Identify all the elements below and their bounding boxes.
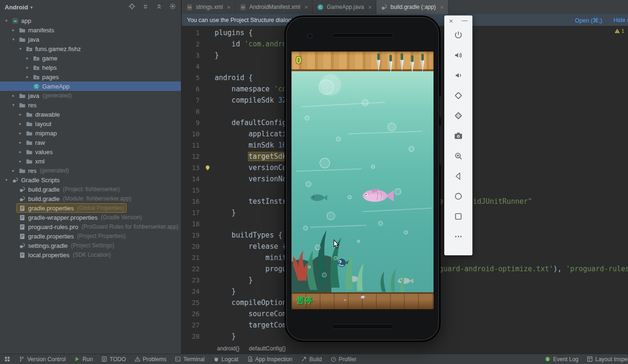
gutter[interactable]	[200, 83, 215, 95]
close-tab-icon[interactable]: ×	[305, 4, 308, 11]
breadcrumb-android[interactable]: android{}	[217, 345, 239, 352]
chevron-right-icon[interactable]: ▸	[10, 28, 17, 32]
screenshot-button[interactable]	[444, 126, 472, 146]
chevron-right-icon[interactable]: ▸	[24, 65, 31, 70]
home-button[interactable]	[444, 186, 472, 206]
status-build[interactable]: Build	[297, 354, 326, 364]
line-number[interactable]: 24	[182, 286, 200, 297]
line-number[interactable]: 9	[182, 117, 200, 128]
tree-item-local-properties[interactable]: local.properties(SDK Location)	[0, 250, 181, 260]
line-number[interactable]: 19	[182, 230, 200, 241]
line-number[interactable]: 2	[182, 38, 200, 50]
close-tab-icon[interactable]: ×	[368, 4, 372, 11]
gutter[interactable]	[200, 207, 215, 218]
gutter[interactable]	[200, 106, 215, 117]
tab-androidmanifest-xml[interactable]: <>AndroidManifest.xml×	[235, 0, 313, 14]
tab-build-gradle-app[interactable]: build.gradle (:app)×	[376, 0, 448, 14]
line-number[interactable]: 1	[182, 27, 200, 38]
gutter[interactable]	[200, 218, 215, 230]
tree-item-gradle-scripts[interactable]: ▾Gradle Scripts	[0, 175, 181, 185]
close-tab-icon[interactable]: ×	[440, 4, 444, 11]
line-number[interactable]: 20	[182, 241, 200, 252]
gutter[interactable]	[200, 263, 215, 275]
line-number[interactable]: 26	[182, 308, 200, 319]
chevron-down-icon[interactable]: ▾	[17, 46, 24, 51]
line-number[interactable]: 10	[182, 128, 200, 140]
tree-item-funs-gamez-fishz[interactable]: ▾funs.gamez.fishz	[0, 44, 181, 53]
power-button[interactable]	[444, 25, 472, 45]
line-number[interactable]: 15	[182, 185, 200, 196]
phone-screen[interactable]: 0	[292, 52, 434, 309]
tree-item-values[interactable]: ▸values	[0, 147, 181, 156]
status-todo[interactable]: TODO	[97, 354, 130, 364]
line-number[interactable]: 21	[182, 252, 200, 263]
volume-down-button[interactable]	[444, 65, 472, 85]
tree-item-res[interactable]: ▾res	[0, 100, 181, 110]
chevron-right-icon[interactable]: ▸	[10, 93, 17, 98]
chevron-right-icon[interactable]: ▸	[17, 149, 24, 154]
gutter[interactable]	[200, 72, 215, 83]
chevron-right-icon[interactable]: ▸	[24, 56, 31, 60]
line-number[interactable]: 7	[182, 95, 200, 106]
tree-item-pages[interactable]: ▸pages	[0, 72, 181, 82]
gutter[interactable]	[200, 286, 215, 297]
gutter[interactable]	[200, 117, 215, 128]
chevron-right-icon[interactable]: ▸	[17, 121, 24, 126]
gutter[interactable]	[200, 319, 215, 331]
line-number[interactable]: 13	[182, 162, 200, 173]
tree-item-mipmap[interactable]: ▸mipmap	[0, 128, 181, 138]
gutter[interactable]	[200, 140, 215, 151]
line-number[interactable]: 17	[182, 207, 200, 218]
chevron-down-icon[interactable]: ▾	[3, 18, 10, 23]
gutter[interactable]	[200, 151, 215, 162]
breadcrumb-defaultconfig[interactable]: defaultConfig{}	[249, 345, 286, 352]
emulator-minimize-button[interactable]: —	[462, 17, 468, 25]
tree-item-gradle-properties[interactable]: gradle.properties(Project Properties)	[0, 231, 181, 241]
locate-file-icon[interactable]	[128, 3, 135, 11]
tree-item-raw[interactable]: ▸raw	[0, 138, 181, 147]
line-number[interactable]: 8	[182, 106, 200, 117]
tree-item-build-gradle[interactable]: build.gradle(Project: fishberserker)	[0, 185, 181, 194]
gutter[interactable]	[200, 27, 215, 38]
status-logcat[interactable]: Logcat	[209, 354, 243, 364]
tree-item-java[interactable]: ▾java	[0, 35, 181, 44]
tree-item-xml[interactable]: ▸xml	[0, 156, 181, 166]
line-number[interactable]: 5	[182, 72, 200, 83]
gutter[interactable]	[200, 230, 215, 241]
hide-notification-link[interactable]: Hide notification	[613, 17, 628, 23]
tree-item-helps[interactable]: ▸helps	[0, 63, 181, 72]
inspections-widget[interactable]: 1	[614, 28, 624, 34]
tree-item-build-gradle[interactable]: build.gradle(Module: fishberserker.app)	[0, 194, 181, 203]
gutter[interactable]	[200, 162, 215, 173]
chevron-right-icon[interactable]: ▸	[10, 168, 17, 173]
gutter[interactable]	[200, 38, 215, 50]
tree-item-drawable[interactable]: ▸drawable	[0, 110, 181, 119]
settings-gear-icon[interactable]	[169, 3, 176, 11]
gutter[interactable]	[200, 173, 215, 185]
tree-item-manifests[interactable]: ▸manifests	[0, 25, 181, 35]
status-profiler[interactable]: Profiler	[326, 354, 361, 364]
line-number[interactable]: 18	[182, 218, 200, 230]
chevron-right-icon[interactable]: ▸	[17, 159, 24, 163]
overview-button[interactable]	[444, 206, 472, 226]
gutter[interactable]	[200, 61, 215, 72]
line-number[interactable]: 12	[182, 151, 200, 162]
line-number[interactable]: 16	[182, 196, 200, 207]
gutter[interactable]	[200, 308, 215, 319]
tab-gameapp-java[interactable]: CGameApp.java×	[313, 0, 376, 14]
chevron-right-icon[interactable]: ▸	[17, 140, 24, 145]
tab-strings-xml[interactable]: <>strings.xml×	[182, 0, 235, 14]
gutter[interactable]	[200, 252, 215, 263]
line-number[interactable]: 14	[182, 173, 200, 185]
chevron-down-icon[interactable]: ▾	[3, 178, 10, 182]
tree-item-gameapp[interactable]: CGameApp	[0, 82, 181, 91]
line-number[interactable]: 25	[182, 297, 200, 308]
emulator-close-button[interactable]: ×	[449, 17, 453, 25]
pause-button[interactable]: 暂停	[296, 295, 312, 306]
gutter[interactable]	[200, 275, 215, 286]
gutter[interactable]	[200, 196, 215, 207]
line-number[interactable]: 23	[182, 275, 200, 286]
open-project-structure-link[interactable]: Open (⌘;)	[575, 17, 602, 24]
gutter[interactable]	[200, 297, 215, 308]
tree-item-gradle-wrapper-properties[interactable]: gradle-wrapper.properties(Gradle Version…	[0, 213, 181, 222]
